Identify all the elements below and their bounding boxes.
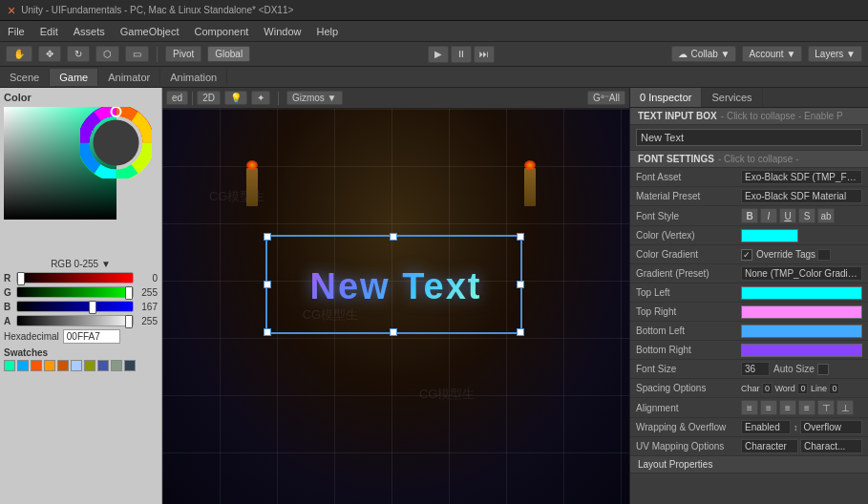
tab-animation[interactable]: Animation xyxy=(160,69,227,86)
layout-props-header[interactable]: Layout Properties xyxy=(630,456,868,473)
rotate-tool-btn[interactable]: ↻ xyxy=(67,46,90,62)
swatch-3[interactable] xyxy=(44,360,55,371)
gizmos-btn[interactable]: Gizmos ▼ xyxy=(286,91,343,105)
r-value: 0 xyxy=(137,273,158,284)
tab-services[interactable]: Services xyxy=(702,88,762,107)
swatch-9[interactable] xyxy=(124,360,136,371)
align-middle-btn[interactable]: ⊥ xyxy=(836,400,854,415)
align-right-btn[interactable]: ≡ xyxy=(779,400,796,415)
pivot-btn[interactable]: Pivot xyxy=(165,46,201,62)
menu-file[interactable]: File xyxy=(4,24,29,39)
prop-uv-value[interactable]: Character xyxy=(741,439,798,453)
prop-bottom-left: Bottom Left xyxy=(630,322,868,341)
menu-component[interactable]: Component xyxy=(190,24,252,39)
strikethrough-btn[interactable]: S xyxy=(798,208,815,223)
g-slider[interactable] xyxy=(16,286,134,298)
app-title: Unity - UIFundamentals - PC, Mac & Linux… xyxy=(21,5,293,15)
pause-btn[interactable]: ⏸ xyxy=(451,46,472,63)
font-settings-header[interactable]: FONT SETTINGS - Click to collapse - xyxy=(630,151,868,168)
title-bar: × Unity - UIFundamentals - PC, Mac & Lin… xyxy=(0,0,868,21)
text-input-area xyxy=(630,125,868,151)
prop-wrapping-value[interactable]: Enabled xyxy=(741,420,791,434)
play-btn[interactable]: ▶ xyxy=(428,46,449,63)
menu-window[interactable]: Window xyxy=(260,24,305,39)
top-left-swatch[interactable] xyxy=(741,286,862,300)
prop-material-value[interactable]: Exo-Black SDF Material xyxy=(741,189,862,203)
hex-input[interactable] xyxy=(63,329,120,344)
prop-uv-mapping: UV Mapping Options Character Charact... xyxy=(630,437,868,456)
tab-inspector[interactable]: 0 Inspector xyxy=(630,88,702,107)
swatch-5[interactable] xyxy=(71,360,82,371)
rgb-mode[interactable]: RGB 0-255 ▼ xyxy=(4,259,158,269)
global-btn[interactable]: Global xyxy=(207,46,250,62)
font-settings-subtitle: - Click to collapse - xyxy=(718,154,798,164)
text-input-field[interactable] xyxy=(636,129,862,146)
prop-uv-extra[interactable]: Charact... xyxy=(800,439,862,453)
b-label: B xyxy=(4,302,13,312)
top-right-swatch[interactable] xyxy=(741,305,862,319)
prop-bottom-right: Bottom Right xyxy=(630,341,868,360)
swatch-6[interactable] xyxy=(84,360,95,371)
center-panel: ed 2D 💡 ✦ Gizmos ▼ Gᵃ⁻All CG模型生 CG模型生 CG… xyxy=(162,88,629,504)
prop-font-size-value[interactable]: 36 xyxy=(741,362,770,376)
auto-size-check[interactable] xyxy=(817,364,829,375)
all-btn[interactable]: Gᵃ⁻All xyxy=(587,91,625,105)
prop-gradient-preset-value[interactable]: None (TMP_Color Gradient) xyxy=(741,266,862,281)
menu-gameobject[interactable]: GameObject xyxy=(116,24,183,39)
move-tool-btn[interactable]: ✥ xyxy=(38,46,61,62)
account-btn[interactable]: Account ▼ xyxy=(742,46,802,62)
align-center-btn[interactable]: ≡ xyxy=(760,400,777,415)
color-gradient-checkbox[interactable]: ✓ xyxy=(741,249,752,261)
hand-tool-btn[interactable]: ✋ xyxy=(6,46,32,62)
swatch-4[interactable] xyxy=(57,360,69,371)
bottom-left-swatch[interactable] xyxy=(741,325,862,338)
font-settings-title: FONT SETTINGS xyxy=(638,154,714,164)
close-btn[interactable]: × xyxy=(8,3,15,18)
swatch-0[interactable] xyxy=(4,360,15,371)
prop-top-left: Top Left xyxy=(630,284,868,303)
layout-props-label: Layout Properties xyxy=(638,459,712,470)
bold-btn[interactable]: B xyxy=(741,208,758,223)
collab-btn[interactable]: ☁ Collab ▼ xyxy=(671,46,736,62)
swatch-8[interactable] xyxy=(111,360,122,371)
prop-font-asset-value[interactable]: Exo-Black SDF (TMP_FontAsse xyxy=(741,170,862,184)
scale-tool-btn[interactable]: ⬡ xyxy=(95,46,119,62)
menu-assets[interactable]: Assets xyxy=(70,24,109,39)
g-value: 255 xyxy=(137,287,158,298)
rect-tool-btn[interactable]: ▭ xyxy=(125,46,149,62)
text-input-box-header[interactable]: TEXT INPUT BOX - Click to collapse - Ena… xyxy=(630,108,868,125)
tab-game[interactable]: Game xyxy=(50,69,98,86)
layers-btn[interactable]: Layers ▼ xyxy=(808,46,862,62)
fx-btn[interactable]: ✦ xyxy=(251,91,270,105)
color-vertex-swatch[interactable] xyxy=(741,229,798,242)
tab-animator[interactable]: Animator xyxy=(98,69,160,86)
align-left-btn[interactable]: ≡ xyxy=(741,400,758,415)
override-tags-check[interactable] xyxy=(817,249,831,261)
color-wheel[interactable] xyxy=(80,107,152,178)
menu-help[interactable]: Help xyxy=(312,24,342,39)
prop-bottom-right-label: Bottom Right xyxy=(636,345,741,355)
overflow-value[interactable]: Overflow xyxy=(800,420,863,434)
align-justify-btn[interactable]: ≡ xyxy=(798,400,815,415)
a-slider[interactable] xyxy=(16,315,134,326)
b-slider[interactable] xyxy=(16,301,134,312)
underline-btn[interactable]: U xyxy=(779,208,796,223)
align-top-btn[interactable]: ⊤ xyxy=(817,400,835,415)
scene-ed-btn[interactable]: ed xyxy=(166,91,188,105)
r-slider[interactable] xyxy=(16,272,134,284)
italic-btn[interactable]: I xyxy=(760,208,777,223)
2d-btn[interactable]: 2D xyxy=(197,91,221,105)
inspector-tabs: 0 Inspector Services xyxy=(630,88,868,108)
bottom-right-swatch[interactable] xyxy=(741,344,862,357)
prop-color-gradient: Color Gradient ✓ Override Tags xyxy=(630,245,868,264)
lights-btn[interactable]: 💡 xyxy=(224,91,247,105)
swatch-1[interactable] xyxy=(17,360,29,371)
swatch-7[interactable] xyxy=(97,360,109,371)
step-btn[interactable]: ⏭ xyxy=(474,46,495,63)
menu-edit[interactable]: Edit xyxy=(36,24,62,39)
ab-btn[interactable]: ab xyxy=(817,208,835,223)
prop-top-left-label: Top Left xyxy=(636,287,741,298)
swatch-2[interactable] xyxy=(31,360,42,371)
tab-scene[interactable]: Scene xyxy=(0,69,50,86)
prop-color-gradient-label: Color Gradient xyxy=(636,249,741,260)
